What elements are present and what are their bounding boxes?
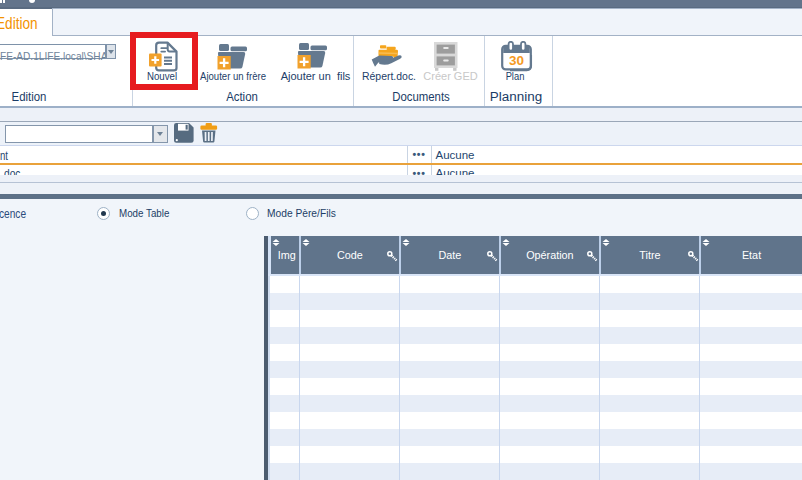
svg-text:30: 30 xyxy=(508,52,523,67)
